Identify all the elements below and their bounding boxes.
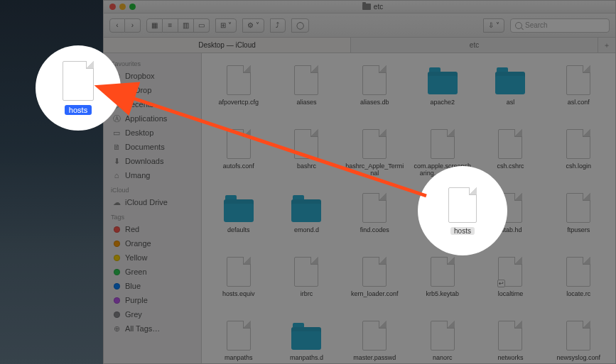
action-button[interactable]: ⚙ ˅ [242, 18, 264, 33]
share-button[interactable]: ⤴ [270, 18, 286, 33]
file-grid[interactable]: afpovertcp.cfgaliasesaliases.dbapache2as… [202, 53, 615, 363]
file-item[interactable]: find.codes [340, 188, 409, 252]
apps-icon: Ⓐ [112, 114, 121, 123]
sidebar-item-label: Recents [125, 99, 153, 110]
folder-icon [362, 4, 371, 10]
tag-dot-icon [112, 296, 121, 304]
sidebar-item-label: Applications [125, 113, 167, 124]
sidebar-item-label: Red [125, 224, 139, 235]
icon-view-button[interactable]: ▦ [146, 18, 163, 33]
sidebar-item-all-tags-[interactable]: ⊕All Tags… [104, 321, 201, 336]
downloads-icon: ⬇ [112, 157, 121, 165]
file-item[interactable]: aliases.db [340, 60, 409, 124]
close-window-button[interactable] [109, 4, 116, 10]
zoom-window-button[interactable] [129, 4, 136, 10]
file-item[interactable]: master.passwd [340, 316, 409, 363]
file-icon [362, 257, 387, 287]
sidebar-item-label: Downloads [125, 155, 163, 167]
file-item[interactable]: bashrc [273, 124, 341, 188]
file-label: networks [497, 355, 523, 362]
file-icon [431, 129, 455, 159]
file-item[interactable]: manpaths.d [273, 316, 341, 363]
tags-button[interactable]: ◯ [291, 18, 309, 33]
file-item[interactable]: csh.login [544, 124, 612, 188]
window-title: etc [374, 3, 383, 11]
sidebar-item-icloud-drive[interactable]: ☁iCloud Drive [104, 195, 201, 209]
sidebar-item-red[interactable]: Red [104, 222, 201, 236]
file-label: aliases.db [360, 99, 389, 106]
group-by-button[interactable]: ⊞ ˅ [215, 18, 237, 33]
file-item[interactable]: manpaths [205, 316, 273, 363]
new-tab-button[interactable]: ＋ [598, 38, 615, 53]
file-item[interactable]: ftpusers [544, 188, 612, 252]
file-label: bashrc [297, 163, 316, 170]
file-item[interactable]: hosts.equiv [205, 252, 273, 316]
folder-icon [224, 199, 254, 222]
file-item[interactable]: networks [477, 316, 545, 363]
file-icon [362, 129, 387, 159]
file-label: newsyslog.conf [556, 355, 600, 362]
file-label: afpovertcp.cfg [219, 99, 259, 106]
file-icon [227, 257, 251, 287]
column-view-button[interactable]: ▥ [178, 18, 194, 33]
file-item[interactable]: asl.conf [544, 60, 612, 124]
sidebar-item-orange[interactable]: Orange [104, 236, 201, 250]
file-item[interactable]: locate.rc [544, 252, 612, 316]
file-item[interactable]: nanorc [409, 316, 477, 363]
file-label: krb5.keytab [426, 291, 460, 298]
search-icon [515, 22, 522, 29]
tag-dot-icon: ⊕ [112, 324, 121, 333]
file-label: emond.d [294, 227, 319, 234]
file-item[interactable]: defaults [205, 188, 273, 252]
dropdown-button[interactable]: ⇩ ˅ [483, 18, 504, 33]
file-item[interactable]: afpovertcp.cfg [205, 60, 273, 124]
file-icon [566, 129, 590, 159]
search-field[interactable]: Search [510, 18, 610, 33]
file-item[interactable]: krb5.keytab [409, 252, 477, 316]
file-item[interactable]: kern_loader.conf [340, 252, 409, 316]
file-item[interactable]: apache2 [409, 60, 477, 124]
file-label: manpaths [225, 355, 253, 362]
sidebar-item-desktop[interactable]: ▭Desktop [104, 126, 201, 140]
file-item[interactable]: bashrc_Apple_Terminal [340, 124, 409, 188]
file-icon [448, 187, 477, 223]
sidebar-item-grey[interactable]: Grey [104, 307, 201, 321]
sidebar-item-documents[interactable]: 🗎Documents [104, 140, 201, 154]
file-item[interactable]: newsyslog.conf [544, 316, 612, 363]
tab-desktop-icloud[interactable]: Desktop — iCloud [104, 38, 351, 53]
file-icon [294, 129, 318, 159]
sidebar-item-applications[interactable]: ⒶApplications [104, 111, 201, 126]
sidebar-section-icloud: iCloud [104, 182, 201, 195]
sidebar-section-tags: Tags [104, 209, 201, 222]
finder-window: etc ‹ › ▦ ≡ ▥ ▭ ⊞ ˅ ⚙ ˅ ⤴ ◯ ⇩ ˅ [103, 0, 616, 364]
file-icon [498, 321, 522, 351]
file-icon [566, 193, 590, 223]
minimize-window-button[interactable] [119, 4, 126, 10]
sidebar-item-label: Yellow [125, 252, 147, 263]
gallery-view-button[interactable]: ▭ [194, 18, 210, 33]
file-icon [498, 129, 522, 159]
sidebar-item-umang[interactable]: ⌂Umang [104, 168, 201, 182]
sidebar-item-label: All Tags… [125, 323, 160, 334]
file-label: find.codes [360, 227, 389, 234]
sidebar-item-downloads[interactable]: ⬇Downloads [104, 154, 201, 168]
back-button[interactable]: ‹ [109, 18, 125, 33]
sidebar-item-green[interactable]: Green [104, 265, 201, 279]
desktop-icon: ▭ [112, 128, 121, 137]
file-item[interactable]: ↩localtime [477, 252, 545, 316]
file-label: asl.conf [568, 99, 590, 106]
sidebar-item-label: Purple [125, 294, 148, 306]
tag-dot-icon [112, 239, 121, 248]
file-item[interactable]: aliases [273, 60, 341, 124]
search-placeholder: Search [525, 21, 548, 29]
forward-button[interactable]: › [125, 18, 141, 33]
tab-etc[interactable]: etc [351, 38, 598, 53]
sidebar-item-blue[interactable]: Blue [104, 279, 201, 293]
sidebar-item-purple[interactable]: Purple [104, 293, 201, 307]
file-item[interactable]: emond.d [273, 188, 341, 252]
sidebar-item-yellow[interactable]: Yellow [104, 250, 201, 265]
file-item[interactable]: asl [477, 60, 545, 124]
file-item[interactable]: irbrc [273, 252, 341, 316]
file-item[interactable]: autofs.conf [205, 124, 273, 188]
list-view-button[interactable]: ≡ [163, 18, 178, 33]
